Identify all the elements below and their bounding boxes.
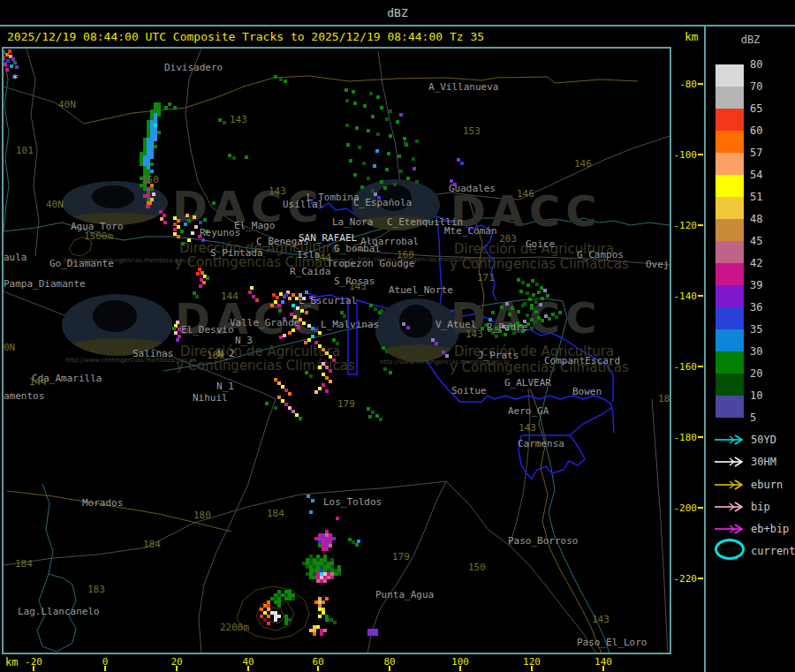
radar-echo-cell bbox=[349, 159, 352, 162]
dbz-scale-tick-label: 39 bbox=[750, 279, 762, 291]
place-label: El_Mago bbox=[234, 221, 275, 230]
y-axis-tick-label: -220 bbox=[673, 574, 697, 584]
radar-echo-cell bbox=[157, 113, 161, 117]
radar-echo-cell bbox=[274, 75, 277, 79]
radar-echo-cell bbox=[435, 342, 438, 345]
place-label: R_Caida bbox=[290, 267, 330, 276]
place-label: G_bombal bbox=[334, 244, 381, 253]
place-label: L_Malvinas bbox=[321, 320, 379, 329]
dbz-color-swatch bbox=[716, 219, 744, 241]
radar-echo-cell bbox=[558, 311, 562, 314]
radar-echo-cell bbox=[199, 221, 202, 224]
radar-echo-cell bbox=[322, 383, 325, 387]
dbz-scale-tick-label: 20 bbox=[750, 367, 762, 380]
radar-echo-cell bbox=[323, 629, 327, 632]
dbz-scale-tick-label: 54 bbox=[750, 169, 762, 181]
radar-echo-cell bbox=[329, 380, 332, 383]
dbz-color-swatch bbox=[716, 197, 744, 219]
place-label: Usillal bbox=[283, 200, 323, 209]
dbz-scale-tick-label: 65 bbox=[750, 102, 762, 115]
radar-echo-cell bbox=[194, 225, 198, 229]
radar-echo-cell bbox=[228, 154, 231, 157]
radar-echo-cell bbox=[288, 297, 292, 300]
radar-echo-cell bbox=[530, 327, 534, 330]
dbz-scale-tick-label: 5 bbox=[750, 412, 756, 424]
radar-echo-cell bbox=[371, 115, 375, 118]
y-axis-tick bbox=[698, 578, 703, 579]
radar-echo-cell bbox=[330, 576, 334, 579]
route-elevation-label: 180 bbox=[193, 510, 211, 520]
place-label: aula bbox=[4, 253, 27, 262]
radar-echo-cell bbox=[491, 311, 495, 314]
radar-echo-cell bbox=[373, 164, 376, 168]
radar-echo-cell bbox=[320, 632, 323, 636]
radar-echo-cell bbox=[150, 170, 154, 173]
place-label: El_Desvio bbox=[181, 325, 234, 335]
radar-echo-cell bbox=[355, 126, 359, 130]
radar-echo-cell bbox=[232, 156, 236, 160]
radar-echo-cell bbox=[385, 350, 389, 353]
radar-echo-cell bbox=[380, 106, 383, 109]
radar-echo-cell bbox=[396, 120, 399, 124]
y-axis-tick bbox=[698, 224, 703, 226]
route-elevation-label: 101 bbox=[16, 146, 34, 155]
place-label: S_Pintada bbox=[210, 248, 263, 258]
place-label: Goice bbox=[526, 239, 555, 249]
radar-echo-cell bbox=[374, 307, 377, 311]
radar-echo-cell bbox=[187, 219, 191, 223]
radar-echo-cell bbox=[369, 92, 373, 95]
dbz-scale-tick-label: 48 bbox=[750, 213, 762, 225]
radar-echo-cell bbox=[371, 411, 375, 414]
radar-echo-cell bbox=[375, 149, 379, 153]
legend-symbol-row: eburn bbox=[706, 479, 795, 493]
radar-echo-cell bbox=[267, 615, 270, 618]
radar-echo-cell bbox=[325, 597, 329, 600]
radar-echo-cell bbox=[543, 289, 547, 292]
radar-echo-cell bbox=[311, 335, 314, 338]
radar-echo-cell bbox=[292, 597, 295, 600]
radar-echo-cell bbox=[329, 369, 332, 373]
radar-echo-cell bbox=[181, 242, 185, 245]
radar-echo-cell bbox=[389, 109, 392, 113]
y-axis-tick-label: -120 bbox=[673, 221, 697, 230]
radar-echo-cell bbox=[288, 392, 292, 396]
radar-map-display[interactable]: DACC http://www.contingencias.mendoza.go… bbox=[2, 47, 671, 654]
radar-echo-cell bbox=[283, 334, 286, 337]
radar-echo-cell bbox=[164, 106, 168, 109]
radar-echo-cell bbox=[368, 415, 372, 419]
radar-echo-cell bbox=[177, 225, 180, 229]
route-elevation-label: 184 bbox=[267, 509, 284, 518]
route-elevation-label: 40N bbox=[46, 200, 64, 209]
radar-echo-cell bbox=[325, 547, 329, 551]
radar-echo-cell bbox=[546, 294, 549, 298]
radar-echo-cell bbox=[385, 168, 389, 171]
radar-echo-cell bbox=[199, 284, 202, 288]
radar-echo-cell bbox=[495, 335, 498, 338]
radar-echo-cell bbox=[309, 374, 313, 378]
radar-echo-cell bbox=[505, 302, 509, 306]
radar-echo-cell bbox=[352, 90, 355, 94]
radar-echo-cell bbox=[517, 278, 520, 282]
route-elevation-label: 150 bbox=[468, 563, 486, 572]
route-elevation-label: 143 bbox=[230, 115, 247, 125]
radar-echo-cell bbox=[152, 193, 155, 196]
radar-echo-cell bbox=[314, 390, 318, 394]
radar-echo-cell bbox=[534, 310, 538, 313]
dbz-scale-tick-label: 80 bbox=[750, 58, 762, 71]
radar-echo-cell bbox=[305, 311, 308, 314]
radar-echo-cell bbox=[150, 198, 154, 201]
radar-echo-cell bbox=[355, 543, 359, 547]
route-elevation-label: 144 bbox=[221, 291, 238, 301]
radar-echo-cell bbox=[177, 219, 180, 223]
radar-echo-cell bbox=[535, 283, 539, 286]
legend-panel: dBZ 807065605754514845423936353020105 50… bbox=[704, 26, 795, 672]
radar-echo-cell bbox=[329, 544, 332, 547]
radar-echo-cell bbox=[180, 230, 184, 233]
dbz-color-swatch bbox=[716, 131, 744, 153]
radar-echo-cell bbox=[367, 129, 370, 132]
radar-echo-cell bbox=[460, 162, 464, 165]
radar-echo-cell bbox=[279, 336, 283, 339]
radar-echo-cell bbox=[344, 88, 348, 92]
route-elevation-label: 143 bbox=[466, 329, 483, 339]
place-label: La_Nora bbox=[332, 217, 373, 227]
